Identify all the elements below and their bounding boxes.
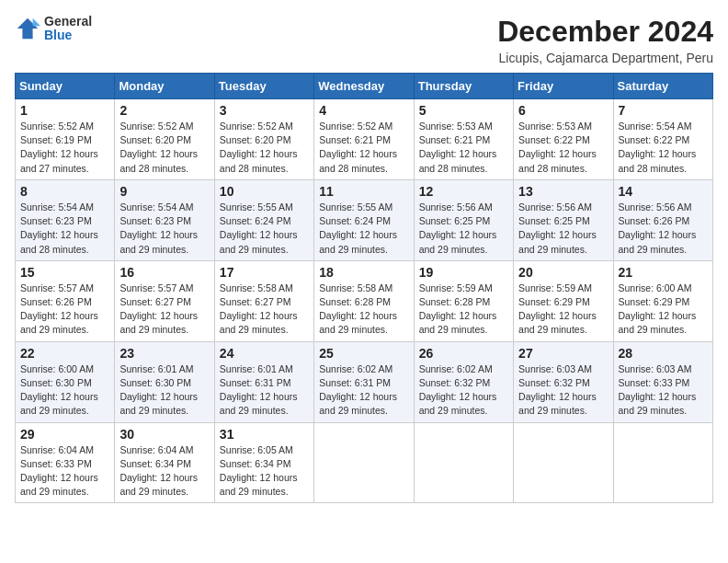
day-cell: 18Sunrise: 5:58 AM Sunset: 6:28 PM Dayli… <box>314 260 414 341</box>
day-detail: Sunrise: 6:04 AM Sunset: 6:33 PM Dayligh… <box>20 444 98 498</box>
day-cell: 27Sunrise: 6:03 AM Sunset: 6:32 PM Dayli… <box>514 341 613 422</box>
column-header-thursday: Thursday <box>414 74 513 99</box>
day-cell: 13Sunrise: 5:56 AM Sunset: 6:25 PM Dayli… <box>514 179 613 260</box>
day-detail: Sunrise: 5:55 AM Sunset: 6:24 PM Dayligh… <box>319 201 397 255</box>
title-section: December 2024 Licupis, Cajamarca Departm… <box>497 15 713 65</box>
column-header-friday: Friday <box>514 74 613 99</box>
day-cell: 16Sunrise: 5:57 AM Sunset: 6:27 PM Dayli… <box>115 260 214 341</box>
column-header-saturday: Saturday <box>613 74 712 99</box>
day-number: 18 <box>319 265 408 280</box>
day-number: 30 <box>119 427 209 442</box>
week-row-1: 1Sunrise: 5:52 AM Sunset: 6:19 PM Daylig… <box>16 99 713 180</box>
day-detail: Sunrise: 5:59 AM Sunset: 6:29 PM Dayligh… <box>518 282 597 336</box>
day-cell: 24Sunrise: 6:01 AM Sunset: 6:31 PM Dayli… <box>214 341 313 422</box>
day-detail: Sunrise: 6:03 AM Sunset: 6:32 PM Dayligh… <box>518 363 597 417</box>
day-detail: Sunrise: 5:52 AM Sunset: 6:21 PM Dayligh… <box>319 121 397 174</box>
day-number: 3 <box>220 103 309 118</box>
day-number: 10 <box>220 184 309 199</box>
column-header-tuesday: Tuesday <box>214 74 313 99</box>
day-cell: 9Sunrise: 5:54 AM Sunset: 6:23 PM Daylig… <box>115 179 214 260</box>
day-detail: Sunrise: 5:55 AM Sunset: 6:24 PM Dayligh… <box>220 201 298 255</box>
day-number: 7 <box>619 103 708 118</box>
day-number: 24 <box>220 346 309 361</box>
day-cell: 12Sunrise: 5:56 AM Sunset: 6:25 PM Dayli… <box>414 179 513 260</box>
day-number: 11 <box>319 184 408 199</box>
day-number: 27 <box>518 346 608 361</box>
day-detail: Sunrise: 5:56 AM Sunset: 6:25 PM Dayligh… <box>419 201 497 255</box>
day-cell <box>613 422 712 503</box>
day-detail: Sunrise: 5:56 AM Sunset: 6:26 PM Dayligh… <box>619 201 697 255</box>
day-detail: Sunrise: 5:58 AM Sunset: 6:27 PM Dayligh… <box>220 282 298 336</box>
day-detail: Sunrise: 6:01 AM Sunset: 6:30 PM Dayligh… <box>119 363 198 417</box>
day-cell: 22Sunrise: 6:00 AM Sunset: 6:30 PM Dayli… <box>16 341 115 422</box>
day-number: 25 <box>319 346 408 361</box>
day-number: 20 <box>518 265 608 280</box>
day-detail: Sunrise: 5:57 AM Sunset: 6:27 PM Dayligh… <box>119 282 198 336</box>
day-number: 9 <box>119 184 209 199</box>
week-row-4: 22Sunrise: 6:00 AM Sunset: 6:30 PM Dayli… <box>16 341 713 422</box>
calendar-header: SundayMondayTuesdayWednesdayThursdayFrid… <box>16 74 713 99</box>
day-cell: 8Sunrise: 5:54 AM Sunset: 6:23 PM Daylig… <box>16 179 115 260</box>
day-detail: Sunrise: 6:00 AM Sunset: 6:29 PM Dayligh… <box>619 282 697 336</box>
day-detail: Sunrise: 6:05 AM Sunset: 6:34 PM Dayligh… <box>220 444 298 498</box>
day-number: 8 <box>20 184 109 199</box>
day-number: 2 <box>119 103 209 118</box>
day-detail: Sunrise: 5:54 AM Sunset: 6:23 PM Dayligh… <box>119 201 198 255</box>
day-number: 13 <box>518 184 608 199</box>
day-cell: 28Sunrise: 6:03 AM Sunset: 6:33 PM Dayli… <box>613 341 712 422</box>
day-cell: 19Sunrise: 5:59 AM Sunset: 6:28 PM Dayli… <box>414 260 513 341</box>
day-detail: Sunrise: 5:52 AM Sunset: 6:20 PM Dayligh… <box>119 121 198 174</box>
day-number: 15 <box>20 265 109 280</box>
day-number: 14 <box>619 184 708 199</box>
day-cell: 14Sunrise: 5:56 AM Sunset: 6:26 PM Dayli… <box>613 179 712 260</box>
day-detail: Sunrise: 6:02 AM Sunset: 6:31 PM Dayligh… <box>319 363 397 417</box>
day-number: 16 <box>119 265 209 280</box>
day-detail: Sunrise: 6:00 AM Sunset: 6:30 PM Dayligh… <box>20 363 98 417</box>
day-cell: 11Sunrise: 5:55 AM Sunset: 6:24 PM Dayli… <box>314 179 414 260</box>
location: Licupis, Cajamarca Department, Peru <box>497 51 713 65</box>
column-header-wednesday: Wednesday <box>314 74 414 99</box>
day-cell: 2Sunrise: 5:52 AM Sunset: 6:20 PM Daylig… <box>115 99 214 180</box>
day-cell: 5Sunrise: 5:53 AM Sunset: 6:21 PM Daylig… <box>414 99 513 180</box>
day-number: 1 <box>20 103 109 118</box>
column-header-monday: Monday <box>115 74 214 99</box>
day-cell: 20Sunrise: 5:59 AM Sunset: 6:29 PM Dayli… <box>514 260 613 341</box>
day-detail: Sunrise: 5:59 AM Sunset: 6:28 PM Dayligh… <box>419 282 497 336</box>
day-cell: 23Sunrise: 6:01 AM Sunset: 6:30 PM Dayli… <box>115 341 214 422</box>
page-header: General Blue December 2024 Licupis, Caja… <box>15 15 713 65</box>
day-cell: 26Sunrise: 6:02 AM Sunset: 6:32 PM Dayli… <box>414 341 513 422</box>
day-detail: Sunrise: 5:57 AM Sunset: 6:26 PM Dayligh… <box>20 282 98 336</box>
day-cell: 3Sunrise: 5:52 AM Sunset: 6:20 PM Daylig… <box>214 99 313 180</box>
day-number: 28 <box>619 346 708 361</box>
day-cell: 21Sunrise: 6:00 AM Sunset: 6:29 PM Dayli… <box>613 260 712 341</box>
logo: General Blue <box>15 15 92 43</box>
svg-marker-1 <box>33 18 40 26</box>
column-header-sunday: Sunday <box>16 74 115 99</box>
day-cell: 15Sunrise: 5:57 AM Sunset: 6:26 PM Dayli… <box>16 260 115 341</box>
day-detail: Sunrise: 6:04 AM Sunset: 6:34 PM Dayligh… <box>119 444 198 498</box>
day-number: 4 <box>319 103 408 118</box>
calendar-body: 1Sunrise: 5:52 AM Sunset: 6:19 PM Daylig… <box>16 99 713 503</box>
day-cell: 10Sunrise: 5:55 AM Sunset: 6:24 PM Dayli… <box>214 179 313 260</box>
logo-blue-text: Blue <box>44 29 92 42</box>
day-cell: 17Sunrise: 5:58 AM Sunset: 6:27 PM Dayli… <box>214 260 313 341</box>
day-cell <box>414 422 513 503</box>
calendar-table: SundayMondayTuesdayWednesdayThursdayFrid… <box>15 73 713 503</box>
day-detail: Sunrise: 5:53 AM Sunset: 6:22 PM Dayligh… <box>518 121 597 174</box>
logo-text: General Blue <box>44 15 92 43</box>
day-number: 17 <box>220 265 309 280</box>
day-number: 26 <box>419 346 508 361</box>
day-cell: 30Sunrise: 6:04 AM Sunset: 6:34 PM Dayli… <box>115 422 214 503</box>
day-detail: Sunrise: 5:56 AM Sunset: 6:25 PM Dayligh… <box>518 201 597 255</box>
day-cell <box>314 422 414 503</box>
logo-icon <box>15 16 40 41</box>
day-cell: 29Sunrise: 6:04 AM Sunset: 6:33 PM Dayli… <box>16 422 115 503</box>
day-detail: Sunrise: 5:52 AM Sunset: 6:20 PM Dayligh… <box>220 121 298 174</box>
day-number: 19 <box>419 265 508 280</box>
day-cell: 25Sunrise: 6:02 AM Sunset: 6:31 PM Dayli… <box>314 341 414 422</box>
day-number: 29 <box>20 427 109 442</box>
week-row-2: 8Sunrise: 5:54 AM Sunset: 6:23 PM Daylig… <box>16 179 713 260</box>
day-detail: Sunrise: 5:58 AM Sunset: 6:28 PM Dayligh… <box>319 282 397 336</box>
week-row-5: 29Sunrise: 6:04 AM Sunset: 6:33 PM Dayli… <box>16 422 713 503</box>
day-cell: 1Sunrise: 5:52 AM Sunset: 6:19 PM Daylig… <box>16 99 115 180</box>
